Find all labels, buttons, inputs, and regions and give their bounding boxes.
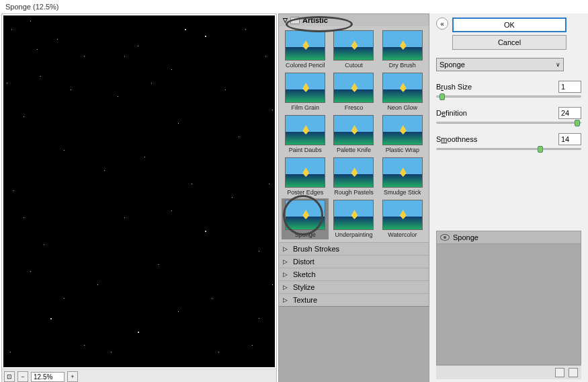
expand-icon: ▷	[283, 245, 288, 252]
visibility-icon[interactable]	[440, 234, 450, 241]
filter-thumb-poster-edges[interactable]: Poster Edges	[282, 156, 329, 197]
thumb-label: Film Grain	[291, 104, 319, 111]
slider-thumb[interactable]	[538, 146, 543, 153]
thumb-label: Smudge Stick	[384, 189, 421, 196]
param-input-brush-size[interactable]	[558, 81, 581, 93]
param-input-definition[interactable]	[558, 107, 581, 119]
category-stylize[interactable]: ▷Stylize	[279, 280, 429, 293]
thumb-preview	[333, 157, 374, 188]
fit-screen-button[interactable]: ⊡	[4, 371, 15, 382]
thumb-preview	[382, 30, 423, 61]
slider-thumb[interactable]	[439, 93, 445, 100]
param-label: Definition	[436, 109, 467, 117]
effect-layer[interactable]: Sponge	[437, 231, 581, 244]
preview-panel: ⊡ − 12.5% +	[1, 13, 277, 382]
thumb-label: Paint Daubs	[289, 147, 322, 153]
thumb-preview	[382, 200, 423, 230]
expand-icon: ▷	[283, 284, 288, 291]
filter-thumb-underpainting[interactable]: Underpainting	[330, 198, 377, 239]
cancel-button[interactable]: Cancel	[452, 35, 566, 50]
filter-dropdown-value: Sponge	[439, 61, 465, 69]
thumb-preview	[382, 73, 423, 103]
thumb-label: Neon Glow	[388, 104, 418, 111]
slider-brush-size[interactable]	[436, 96, 581, 98]
thumb-preview	[285, 73, 325, 103]
thumb-preview	[382, 157, 423, 188]
thumb-label: Colored Pencil	[286, 62, 325, 69]
filter-thumb-neon-glow[interactable]: Neon Glow	[379, 71, 426, 112]
thumb-preview	[382, 115, 423, 145]
thumb-preview	[333, 30, 374, 61]
filter-thumb-rough-pastels[interactable]: Rough Pastels	[330, 156, 377, 197]
layer-name: Sponge	[453, 233, 478, 241]
folder-icon	[290, 17, 300, 24]
filter-thumb-sponge[interactable]: Sponge	[282, 198, 329, 239]
layers-footer	[436, 365, 581, 379]
param-smoothness: Smoothness	[436, 133, 581, 150]
slider-smoothness[interactable]	[436, 148, 581, 150]
category-sketch[interactable]: ▷Sketch	[279, 268, 429, 280]
expand-icon: ▽	[283, 17, 288, 24]
param-label: Brush Size	[436, 83, 472, 91]
thumb-label: Palette Knife	[337, 147, 371, 153]
filter-thumb-film-grain[interactable]: Film Grain	[282, 71, 329, 112]
thumb-label: Rough Pastels	[334, 189, 374, 196]
category-label: Distort	[293, 258, 314, 266]
thumb-preview	[333, 115, 374, 145]
thumb-preview	[333, 200, 374, 230]
category-artistic[interactable]: ▽ Artistic	[279, 14, 429, 26]
thumb-preview	[333, 73, 374, 103]
collapse-panel-button[interactable]: «	[436, 17, 448, 30]
filter-thumb-smudge-stick[interactable]: Smudge Stick	[379, 156, 426, 197]
filter-thumb-paint-daubs[interactable]: Paint Daubs	[282, 114, 329, 155]
thumb-label: Watercolor	[388, 231, 417, 238]
filter-thumb-fresco[interactable]: Fresco	[330, 71, 377, 112]
zoom-level[interactable]: 12.5%	[31, 372, 65, 382]
filter-dropdown[interactable]: Sponge ∨	[436, 58, 564, 71]
expand-icon: ▷	[283, 271, 288, 278]
category-label: Brush Strokes	[293, 245, 339, 253]
category-distort[interactable]: ▷Distort	[279, 255, 429, 268]
filter-thumb-cutout[interactable]: Cutout	[330, 29, 377, 70]
controls-panel: « OK Cancel Sponge ∨ Brush SizeDefinitio…	[429, 13, 588, 382]
ok-button[interactable]: OK	[452, 17, 566, 32]
category-brush-strokes[interactable]: ▷Brush Strokes	[279, 242, 429, 255]
thumb-label: Cutout	[345, 62, 363, 69]
zoom-in-button[interactable]: +	[67, 371, 78, 382]
filter-thumb-dry-brush[interactable]: Dry Brush	[379, 29, 426, 70]
effect-layers-panel: Sponge	[436, 231, 581, 365]
slider-definition[interactable]	[436, 122, 581, 124]
param-input-smoothness[interactable]	[558, 133, 581, 145]
filter-thumb-watercolor[interactable]: Watercolor	[379, 198, 426, 239]
thumb-label: Sponge	[295, 231, 316, 238]
thumb-preview	[285, 115, 325, 145]
window-title: Sponge (12.5%)	[0, 0, 588, 13]
filter-thumb-palette-knife[interactable]: Palette Knife	[330, 114, 377, 155]
thumb-preview	[285, 157, 325, 188]
thumb-label: Dry Brush	[389, 62, 416, 69]
thumb-label: Fresco	[345, 104, 364, 111]
category-texture[interactable]: ▷Texture	[279, 293, 429, 306]
category-label: Texture	[293, 296, 317, 304]
filter-thumb-colored-pencil[interactable]: Colored Pencil	[282, 29, 329, 70]
category-label: Stylize	[293, 283, 314, 291]
slider-thumb[interactable]	[575, 120, 580, 126]
preview-canvas[interactable]	[3, 15, 275, 367]
zoom-out-button[interactable]: −	[17, 371, 28, 382]
thumb-preview	[285, 30, 325, 61]
param-definition: Definition	[436, 107, 581, 124]
expand-icon: ▷	[283, 297, 288, 303]
filter-gallery: ▽ Artistic Colored PencilCutoutDry Brush…	[278, 13, 429, 382]
thumb-label: Underpainting	[335, 231, 372, 238]
gallery-empty-area	[279, 306, 429, 382]
thumb-label: Poster Edges	[287, 189, 323, 196]
delete-layer-icon[interactable]	[569, 368, 578, 377]
expand-icon: ▷	[283, 258, 288, 265]
chevron-down-icon: ∨	[556, 61, 560, 68]
category-label: Artistic	[302, 16, 328, 24]
param-brush-size: Brush Size	[436, 81, 581, 98]
thumb-preview	[285, 200, 325, 230]
new-layer-icon[interactable]	[555, 368, 564, 377]
filter-thumb-plastic-wrap[interactable]: Plastic Wrap	[379, 114, 426, 155]
thumb-label: Plastic Wrap	[386, 147, 419, 153]
